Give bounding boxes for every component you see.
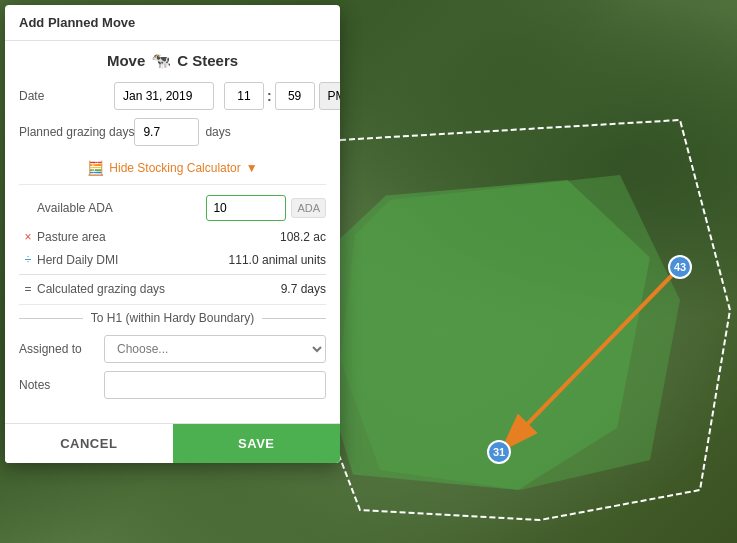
hour-input[interactable] [224, 82, 264, 110]
calculator-toggle-link[interactable]: 🧮 Hide Stocking Calculator ▼ [19, 160, 326, 176]
planned-days-label: Planned grazing days [19, 125, 134, 139]
planned-days-row: Planned grazing days days [19, 118, 326, 146]
calculated-days-label: Calculated grazing days [37, 282, 281, 296]
divide-symbol: ÷ [19, 253, 37, 267]
notes-input[interactable] [104, 371, 326, 399]
notes-row: Notes [19, 371, 326, 399]
days-unit: days [205, 125, 230, 139]
date-input[interactable] [114, 82, 214, 110]
assigned-to-select[interactable]: Choose... [104, 335, 326, 363]
available-ada-label: Available ADA [37, 201, 206, 215]
herd-dmi-value: 111.0 animal units [229, 253, 326, 267]
date-label: Date [19, 89, 114, 103]
ampm-select[interactable]: PM AM [319, 82, 340, 110]
pasture-area-value: 108.2 ac [280, 230, 326, 244]
pasture-area-label: Pasture area [37, 230, 280, 244]
calculator-toggle: 🧮 Hide Stocking Calculator ▼ [19, 154, 326, 185]
equals-symbol: = [19, 282, 37, 296]
dialog-footer: CANCEL SAVE [5, 423, 340, 463]
add-planned-move-dialog: Add Planned Move Move 🐄 C Steers Date : … [5, 5, 340, 463]
cattle-icon: 🐄 [151, 51, 171, 70]
divider-left [19, 318, 83, 319]
time-separator [217, 88, 221, 104]
calculator-icon: 🧮 [87, 160, 104, 176]
colon-separator: : [267, 88, 272, 104]
calculator-section: Available ADA ADA × Pasture area 108.2 a… [19, 185, 326, 305]
calculated-days-row: = Calculated grazing days 9.7 days [19, 278, 326, 296]
cancel-button[interactable]: CANCEL [5, 424, 173, 463]
available-ada-row: Available ADA ADA [19, 193, 326, 223]
herd-dmi-label: Herd Daily DMI [37, 253, 229, 267]
divider-right [262, 318, 326, 319]
map-marker-43[interactable]: 43 [668, 255, 692, 279]
multiply-symbol: × [19, 230, 37, 244]
notes-label: Notes [19, 378, 104, 392]
pasture-area-row: × Pasture area 108.2 ac [19, 228, 326, 246]
dialog-header: Add Planned Move [5, 5, 340, 41]
save-button[interactable]: SAVE [173, 424, 341, 463]
assigned-to-label: Assigned to [19, 342, 104, 356]
move-title-row: Move 🐄 C Steers [19, 51, 326, 70]
map-marker-31[interactable]: 31 [487, 440, 511, 464]
assigned-to-row: Assigned to Choose... [19, 335, 326, 363]
planned-days-input[interactable] [134, 118, 199, 146]
calculated-days-value: 9.7 days [281, 282, 326, 296]
minute-input[interactable] [275, 82, 315, 110]
section-title: To H1 (within Hardy Boundary) [91, 311, 254, 325]
date-row: Date : PM AM [19, 82, 326, 110]
chevron-down-icon: ▼ [246, 161, 258, 175]
section-divider: To H1 (within Hardy Boundary) [19, 311, 326, 325]
dialog-body: Move 🐄 C Steers Date : PM AM Planned gra… [5, 41, 340, 417]
ada-input[interactable] [206, 195, 286, 221]
calc-divider [19, 274, 326, 275]
ada-unit-label: ADA [291, 198, 326, 218]
herd-dmi-row: ÷ Herd Daily DMI 111.0 animal units [19, 251, 326, 269]
